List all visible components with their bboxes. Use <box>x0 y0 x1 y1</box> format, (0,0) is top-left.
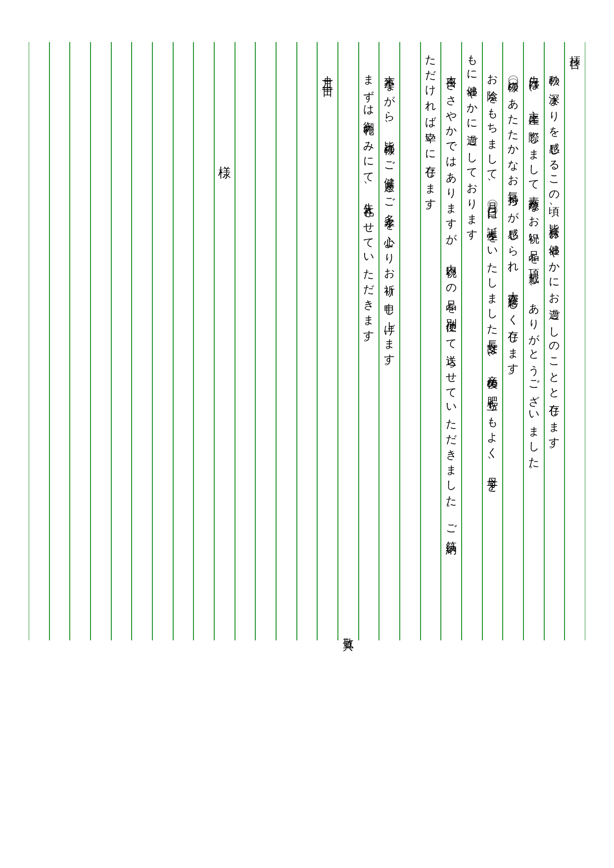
manuscript-column <box>235 42 256 640</box>
letter-page: 拝啓秋の深まりを感じるこの頃、皆様お健やかにお過ごしのことと存じます。先日は、主… <box>0 0 614 868</box>
manuscript-grid: 拝啓秋の深まりを感じるこの頃、皆様お健やかにお過ごしのことと存じます。先日は、主… <box>29 42 585 640</box>
manuscript-column <box>91 42 111 640</box>
manuscript-column <box>255 42 276 640</box>
manuscript-column <box>173 42 194 640</box>
column-text: まずは御礼のみにて、失礼させていただきます。 <box>363 67 374 352</box>
manuscript-column: ただければ幸いに存じます。 <box>421 42 441 640</box>
manuscript-column: 秋の深まりを感じるこの頃、皆様お健やかにお過ごしのことと存じます。 <box>544 42 565 640</box>
manuscript-column: 先日は、主産に際しまして素敵なお祝い品を頂戴し、ありがとうございました。 <box>523 42 544 640</box>
column-text: 敬具 <box>343 629 354 635</box>
column-text: 末筆ながら、皆様のご健康とご多幸を心よりお祈り申し上げます。 <box>384 67 395 376</box>
manuscript-column <box>111 42 132 640</box>
manuscript-column <box>49 42 70 640</box>
column-text: 十月二十日 <box>322 67 333 82</box>
manuscript-column: 敬具 <box>338 42 359 640</box>
manuscript-column <box>297 42 318 640</box>
manuscript-column: お陰をもちまして、〇月〇日に誕生をいたしました長女は、産後の肥立ちもよく、母子と <box>482 42 503 640</box>
column-text: 本日ささやかではありますが、内祝いの品を別便にて送らせていただきました。ご笑納い <box>446 67 457 554</box>
manuscript-column <box>132 42 152 640</box>
manuscript-column <box>400 42 421 640</box>
column-text: 秋の深まりを感じるこの頃、皆様お健やかにお過ごしのことと存じます。 <box>549 67 560 459</box>
manuscript-column: まずは御礼のみにて、失礼させていただきます。 <box>359 42 379 640</box>
column-text: 拝啓 <box>569 47 580 53</box>
manuscript-column: 十月二十日 <box>317 42 338 640</box>
manuscript-column: 拝啓 <box>565 42 585 640</box>
column-text: 先日は、主産に際しまして素敵なお祝い品を頂戴し、ありがとうございました。 <box>528 67 539 479</box>
manuscript-column <box>152 42 173 640</box>
column-text: 様 <box>218 156 231 159</box>
column-text: もに健やかに過ごしております <box>467 47 477 237</box>
manuscript-column: 末筆ながら、皆様のご健康とご多幸を心よりお祈り申し上げます。 <box>379 42 400 640</box>
manuscript-column: 〇〇様のあたたかなお気持ちが感じられ、大変嬉しく存じます。 <box>503 42 523 640</box>
manuscript-column <box>29 42 49 640</box>
manuscript-column <box>70 42 91 640</box>
manuscript-column: 本日ささやかではありますが、内祝いの品を別便にて送らせていただきました。ご笑納い <box>441 42 462 640</box>
column-text: 〇〇様のあたたかなお気持ちが感じられ、大変嬉しく存じます。 <box>508 67 519 385</box>
manuscript-column: もに健やかに過ごしております <box>462 42 482 640</box>
column-text: お陰をもちまして、〇月〇日に誕生をいたしました長女は、産後の肥立ちもよく、母子と <box>487 67 498 490</box>
manuscript-column: 様 <box>214 42 235 640</box>
manuscript-column <box>193 42 214 640</box>
manuscript-column <box>276 42 297 640</box>
column-text: ただければ幸いに存じます。 <box>425 47 436 220</box>
